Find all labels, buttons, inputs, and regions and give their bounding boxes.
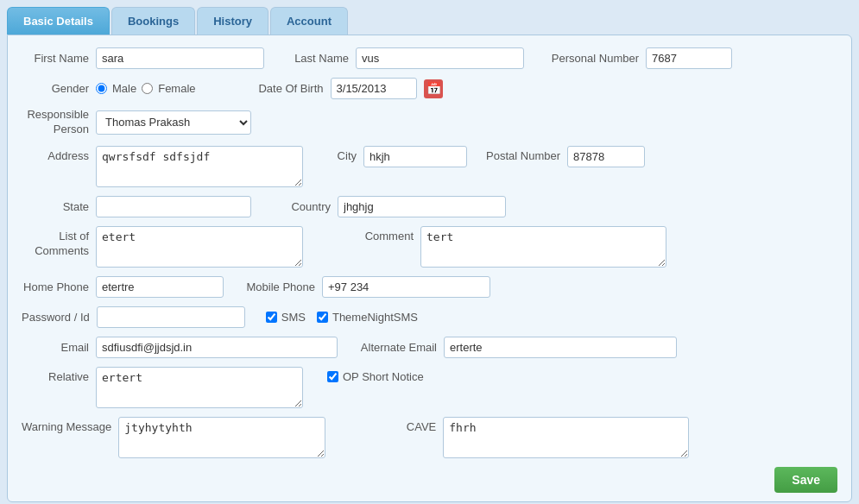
tab-history[interactable]: History [197,7,268,35]
tab-bookings[interactable]: Bookings [111,7,195,35]
gender-male-label: Male [112,82,136,95]
row-warning-cave: Warning Message jtyhytyhth CAVE fhrh [22,417,837,458]
theme-night-sms-checkbox[interactable] [317,312,328,323]
warning-input[interactable]: jtyhytyhth [118,417,325,458]
alt-email-input[interactable] [444,337,677,358]
state-label: State [22,200,89,213]
op-short-notice-checkbox[interactable] [327,371,338,382]
alt-email-label: Alternate Email [355,341,437,354]
gender-female-label: Female [158,82,195,95]
row-responsible: ResponsiblePerson Thomas Prakash Other P… [22,108,837,137]
gender-label: Gender [22,82,89,95]
last-name-label: Last Name [288,52,349,65]
email-input[interactable] [96,337,338,358]
row-state-country: State Country [22,196,837,217]
dob-label: Date Of Birth [237,82,324,95]
cave-label: CAVE [384,420,436,433]
personal-number-label: Personal Number [548,52,639,65]
tab-bar: Basic Details Bookings History Account [7,7,852,35]
city-label: City [322,149,357,162]
row-gender-dob: Gender Male Female Date Of Birth [22,78,837,99]
save-button[interactable]: Save [774,467,837,493]
dob-input[interactable] [331,78,417,99]
home-phone-label: Home Phone [22,280,89,293]
tab-account[interactable]: Account [270,7,348,35]
warning-label: Warning Message [22,420,111,433]
postal-label: Postal Number [483,149,560,162]
row-address: Address qwrsfsdf sdfsjdf City Postal Num… [22,146,837,187]
cave-input[interactable]: fhrh [443,417,689,458]
postal-input[interactable] [567,146,645,167]
theme-night-sms-label: ThemeNightSMS [332,311,418,324]
row-email: Email Alternate Email [22,337,837,358]
last-name-input[interactable] [356,47,524,69]
tab-basic-details[interactable]: Basic Details [7,7,110,35]
address-label: Address [22,149,89,162]
sms-checkbox-group: SMS ThemeNightSMS [266,311,418,324]
responsible-label: ResponsiblePerson [27,108,89,137]
op-short-notice-label: OP Short Notice [343,370,424,383]
sms-label: SMS [281,311,306,324]
mobile-phone-input[interactable] [322,276,490,298]
first-name-input[interactable] [96,47,264,69]
country-label: Country [270,200,331,213]
responsible-select[interactable]: Thomas Prakash Other Person [96,110,251,135]
relative-input[interactable]: ertert [96,367,303,408]
row-password-sms: Password / Id SMS ThemeNightSMS [22,306,837,328]
city-input[interactable] [363,146,467,167]
password-label: Password / Id [22,311,90,324]
row-comments: List ofComments etert Comment tert [22,226,837,268]
calendar-icon[interactable] [424,79,443,98]
address-input[interactable]: qwrsfsdf sdfsjdf [96,146,303,187]
bottom-row: Save [22,467,837,493]
gender-radio-group: Male Female [96,82,196,95]
relative-label: Relative [22,370,89,383]
comment-input[interactable]: tert [420,226,666,268]
email-label: Email [22,341,89,354]
row-relative: Relative ertert OP Short Notice [22,367,837,408]
gender-male-radio[interactable] [96,83,107,94]
country-input[interactable] [338,196,506,217]
row-phones: Home Phone Mobile Phone [22,276,837,298]
mobile-phone-label: Mobile Phone [237,280,315,293]
row-name: First Name Last Name Personal Number [22,47,837,69]
sms-checkbox[interactable] [266,312,277,323]
home-phone-input[interactable] [96,276,224,298]
comment-label: Comment [362,230,414,243]
first-name-label: First Name [22,52,89,65]
op-short-notice-group: OP Short Notice [327,370,424,383]
list-comments-input[interactable]: etert [96,226,303,268]
gender-female-radio[interactable] [142,83,153,94]
list-comments-label: List ofComments [35,230,89,259]
password-input[interactable] [97,306,245,328]
page-container: Basic Details Bookings History Account F… [0,0,859,504]
form-body: First Name Last Name Personal Number Gen… [7,35,852,502]
state-input[interactable] [96,196,251,217]
personal-number-input[interactable] [646,47,732,69]
